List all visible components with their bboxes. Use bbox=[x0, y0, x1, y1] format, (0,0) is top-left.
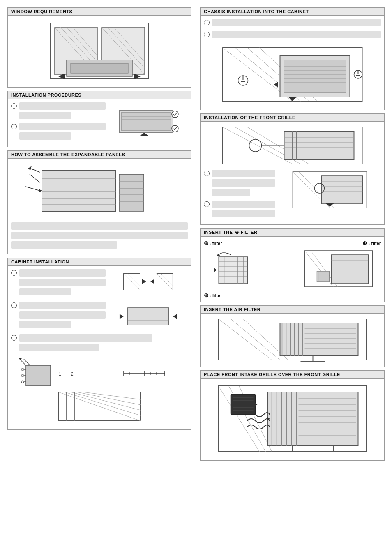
panel-text-1 bbox=[11, 222, 188, 230]
air-filter-header: INSERT THE AIR FILTER bbox=[201, 306, 384, 314]
expandable-panels-header: HOW TO ASSEMBLE THE EXPANDABLE PANELS bbox=[8, 151, 191, 159]
cab-text-2a bbox=[19, 302, 106, 309]
chassis-installation-illustration bbox=[204, 44, 381, 105]
filter-label-bottom: ⊕-filter bbox=[204, 292, 381, 298]
grille-text-2b bbox=[212, 210, 275, 217]
bullet-2 bbox=[11, 124, 17, 129]
cab-text-1c bbox=[19, 288, 71, 295]
svg-rect-194 bbox=[231, 394, 256, 415]
svg-marker-36 bbox=[39, 189, 42, 192]
svg-marker-54 bbox=[173, 314, 177, 319]
filter-label-left: ⊕-filter bbox=[204, 240, 222, 246]
cab-bullet-1 bbox=[11, 270, 17, 276]
front-intake-section: PLACE FRONT INTAKE GRILLE OVER THE FRONT… bbox=[200, 370, 385, 461]
svg-text:1: 1 bbox=[59, 372, 61, 376]
chassis-bullet-1 bbox=[204, 20, 210, 25]
svg-line-45 bbox=[157, 273, 173, 290]
svg-rect-121 bbox=[322, 176, 363, 204]
svg-text:2: 2 bbox=[71, 372, 74, 376]
chassis-bullet-2 bbox=[204, 32, 210, 37]
svg-rect-108 bbox=[284, 131, 354, 160]
svg-rect-55 bbox=[26, 365, 51, 386]
svg-line-34 bbox=[30, 174, 40, 182]
svg-line-43 bbox=[124, 273, 140, 290]
svg-rect-23 bbox=[42, 170, 116, 211]
bullet-1 bbox=[11, 103, 17, 109]
cab-text-2c bbox=[19, 321, 71, 328]
svg-rect-11 bbox=[71, 63, 128, 73]
svg-marker-48 bbox=[150, 279, 154, 284]
installation-procedures-section: INSTALLATION PROCEDURES bbox=[7, 91, 191, 147]
installation-procedures-illustration bbox=[109, 106, 188, 139]
svg-line-35 bbox=[25, 187, 40, 191]
chassis-text-2a bbox=[212, 31, 381, 38]
cabinet-illus-3a: 1 2 bbox=[11, 357, 98, 390]
svg-point-61 bbox=[21, 381, 24, 383]
svg-rect-29 bbox=[119, 174, 144, 211]
air-filter-illustration bbox=[204, 317, 381, 362]
filter-label-right: ⊕-filter bbox=[362, 240, 381, 246]
insert-filter-header: INSERT THE ⊕-filter bbox=[201, 229, 384, 237]
panel-text-2 bbox=[11, 232, 188, 239]
svg-line-77 bbox=[65, 392, 141, 416]
cabinet-installation-header: CABINET INSTALLATION bbox=[8, 258, 191, 266]
cabinet-illus-2 bbox=[109, 302, 188, 328]
filter-illus-right bbox=[294, 249, 381, 290]
insert-filter-section: INSERT THE ⊕-filter ⊕-filter ⊕-filter bbox=[200, 228, 385, 302]
front-grille-illus-2 bbox=[279, 170, 381, 211]
front-intake-header: PLACE FRONT INTAKE GRILLE OVER THE FRONT… bbox=[201, 371, 384, 379]
svg-marker-99 bbox=[274, 82, 278, 88]
cabinet-illus-final bbox=[11, 390, 188, 425]
svg-rect-49 bbox=[128, 308, 169, 325]
svg-marker-200 bbox=[255, 402, 258, 406]
window-requirements-header: WINDOW REQUIREMENTS bbox=[8, 8, 191, 16]
svg-point-116 bbox=[249, 139, 262, 152]
window-requirements-illustration bbox=[11, 19, 188, 83]
grille-bullet-2 bbox=[204, 201, 210, 207]
front-grille-header: INSTALLATION OF THE FRONT GRILLE bbox=[201, 114, 384, 122]
cab-bullet-3 bbox=[11, 335, 17, 341]
svg-line-80 bbox=[83, 392, 141, 399]
grille-text-1c bbox=[212, 189, 250, 196]
filter-illus-left bbox=[204, 249, 291, 290]
svg-rect-175 bbox=[268, 392, 358, 446]
window-requirements-section: WINDOW REQUIREMENTS bbox=[7, 7, 191, 88]
proc-text-2 bbox=[19, 123, 106, 130]
proc-text-1b bbox=[19, 112, 71, 119]
svg-rect-15 bbox=[122, 112, 171, 131]
svg-line-37 bbox=[30, 168, 40, 172]
air-filter-section: INSERT THE AIR FILTER bbox=[200, 305, 385, 367]
svg-rect-90 bbox=[284, 60, 346, 93]
grille-bullet-1 bbox=[204, 171, 210, 176]
svg-marker-137 bbox=[214, 268, 217, 272]
cabinet-installation-section: CABINET INSTALLATION bbox=[7, 258, 191, 430]
proc-text-2b bbox=[19, 132, 71, 140]
cab-text-1a bbox=[19, 269, 106, 277]
svg-marker-38 bbox=[28, 166, 32, 170]
cabinet-illus-3b bbox=[101, 357, 188, 390]
grille-text-1b bbox=[212, 179, 275, 187]
cab-text-1b bbox=[19, 279, 106, 286]
cab-text-2b bbox=[19, 311, 106, 319]
expandable-panels-illustration bbox=[11, 162, 188, 219]
grille-text-1a bbox=[212, 170, 275, 177]
chassis-installation-section: CHASSIS INSTALLATION INTO THE CABINET bbox=[200, 7, 385, 110]
svg-point-59 bbox=[21, 368, 24, 371]
front-grille-illus-1 bbox=[204, 125, 381, 166]
grille-text-2a bbox=[212, 201, 275, 208]
front-intake-illustration bbox=[204, 382, 381, 456]
cab-text-3b bbox=[19, 344, 99, 351]
expandable-panels-section: HOW TO ASSEMBLE THE EXPANDABLE PANELS bbox=[7, 150, 191, 254]
cabinet-illus-1 bbox=[109, 269, 188, 294]
front-grille-section: INSTALLATION OF THE FRONT GRILLE bbox=[200, 113, 385, 225]
svg-rect-142 bbox=[331, 255, 368, 284]
svg-marker-22 bbox=[140, 133, 148, 136]
proc-text-1 bbox=[19, 102, 106, 110]
chassis-installation-header: CHASSIS INSTALLATION INTO THE CABINET bbox=[201, 8, 384, 16]
svg-line-154 bbox=[219, 319, 272, 360]
panel-text-3 bbox=[11, 241, 117, 249]
cab-bullet-2 bbox=[11, 302, 17, 308]
svg-marker-47 bbox=[142, 279, 146, 284]
installation-procedures-header: INSTALLATION PROCEDURES bbox=[8, 91, 191, 99]
cab-text-3a bbox=[19, 334, 152, 342]
